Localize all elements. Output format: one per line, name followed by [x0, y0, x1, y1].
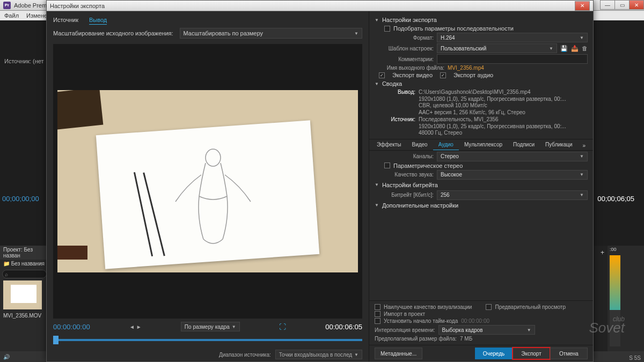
save-preset-icon[interactable]: 💾 [560, 45, 568, 52]
summary-output-label: Вывод: [384, 89, 415, 116]
bg-right-tc: :00 [608, 246, 644, 253]
preset-dropdown[interactable]: Пользовательский▼ [437, 43, 557, 53]
bg-window-controls: — ▭ ✕ [601, 0, 644, 10]
format-dropdown[interactable]: H.264▼ [437, 33, 588, 42]
tab-audio[interactable]: Аудио [433, 139, 459, 150]
chevron-down-icon: ▼ [580, 35, 584, 40]
bg-search-input[interactable]: ⌕ [2, 270, 47, 278]
menu-file[interactable]: Файл [4, 12, 19, 19]
import-project-checkbox[interactable] [375, 311, 380, 317]
bg-tc-right: 00;00;06;05 [597, 195, 634, 203]
scale-dropdown[interactable]: Масштабировать по размеру ▼ [180, 28, 362, 39]
bg-maximize-button[interactable]: ▭ [614, 0, 630, 10]
preview-tc-in[interactable]: 00:00:00:00 [53, 323, 90, 331]
match-sequence-checkbox[interactable] [384, 26, 390, 32]
quality-dropdown[interactable]: Высокое▼ [437, 170, 588, 180]
advanced-header: Дополнительные настройки [375, 202, 588, 209]
preview-area [53, 44, 362, 319]
tab-publish[interactable]: Публикаци [540, 139, 577, 150]
chevron-down-icon: ▼ [354, 352, 358, 357]
cancel-button[interactable]: Отмена [550, 348, 588, 359]
svg-point-0 [206, 149, 221, 166]
source-range-dropdown[interactable]: Точки входа/выхода в послед ▼ [275, 350, 362, 359]
dialog-close-button[interactable]: ✕ [575, 1, 590, 11]
preview-checkbox[interactable] [486, 304, 492, 310]
bitrate-label: Битрейт [Кбит/с]: [375, 192, 434, 198]
quality-label: Качество звука: [375, 172, 434, 178]
set-tc-label: Установить начало тайм-кода [384, 318, 458, 324]
preview-scrubber[interactable] [53, 334, 362, 346]
export-video-checkbox[interactable] [379, 72, 385, 78]
summary-header: Сводка [375, 80, 588, 87]
footer-options: Наилучшее качество визуализации Предвари… [369, 300, 593, 345]
settings-tabs: Эффекты Видео Аудио Мультиплексор Подпис… [369, 139, 593, 151]
import-preset-icon[interactable]: 📥 [571, 45, 579, 52]
dialog-titlebar: Настройки экспорта ✕ [47, 1, 593, 11]
tab-effects[interactable]: Эффекты [371, 139, 406, 150]
export-audio-label: Экспорт аудио [453, 72, 493, 78]
bg-bin-row: 📁 Без названия [0, 260, 49, 268]
chevron-down-icon: ▼ [580, 172, 584, 177]
est-size-value: 7 МБ [460, 336, 472, 342]
fit-dropdown[interactable]: По размеру кадра ▼ [181, 322, 240, 331]
chevron-down-icon: ▼ [354, 31, 358, 36]
speaker-icon[interactable]: 🔊 [3, 354, 10, 360]
chevron-down-icon: ▼ [232, 324, 236, 329]
param-stereo-label: Параметрическое стерео [393, 162, 463, 169]
scale-label: Масштабирование исходного изображения: [53, 30, 173, 36]
bg-audio-panel: :00 [608, 246, 644, 351]
playhead[interactable] [53, 336, 58, 344]
chevron-down-icon: ▼ [580, 193, 584, 197]
interp-dropdown[interactable]: Выборка кадров▼ [438, 325, 535, 335]
export-video-label: Экспорт видео [392, 72, 433, 78]
bg-source-label: Источник: (нет [4, 58, 44, 64]
best-quality-label: Наилучшее качество визуализации [384, 304, 472, 310]
interp-label: Интерполяция времени: [375, 327, 435, 333]
delete-preset-icon[interactable]: 🗑 [582, 45, 588, 52]
param-stereo-checkbox[interactable] [384, 162, 390, 168]
tab-video[interactable]: Видео [406, 139, 433, 150]
export-settings-dialog: Настройки экспорта ✕ Источник Вывод Масш… [46, 0, 594, 362]
tab-mux[interactable]: Мультиплексор [459, 139, 508, 150]
menu-edit[interactable]: Измене [26, 12, 47, 19]
bg-close-button[interactable]: ✕ [629, 0, 644, 10]
bg-clip-label: MVI_2356.MOV [0, 312, 49, 320]
tab-output[interactable]: Вывод [89, 16, 107, 25]
channels-label: Каналы: [375, 153, 434, 159]
tabs-more-icon[interactable]: » [577, 141, 591, 151]
chevron-down-icon: ▼ [580, 154, 584, 159]
queue-button[interactable]: Очередь [475, 348, 513, 359]
set-tc-checkbox[interactable] [375, 318, 380, 324]
metadata-button[interactable]: Метаданные... [375, 348, 422, 359]
bg-project-panel: Проект: Без назван 📁 Без названия ⌕ MVI_… [0, 246, 49, 362]
crop-icon[interactable]: ⛶ [279, 323, 286, 331]
tab-captions[interactable]: Подписи [508, 139, 540, 150]
channels-dropdown[interactable]: Стерео▼ [437, 152, 588, 161]
preview-column: Источник Вывод Масштабирование исходного… [47, 11, 369, 361]
summary-source-value: Последовательность, MVI_2356 1920x1080 (… [419, 116, 588, 137]
import-project-label: Импорт в проект [384, 311, 425, 317]
preview-nav-icons[interactable]: ◄ ► [129, 324, 142, 330]
chevron-down-icon: ▼ [527, 328, 531, 333]
bg-minimize-button[interactable]: — [600, 0, 615, 10]
comments-label: Комментарии: [375, 56, 434, 62]
source-range-label: Диапазон источника: [219, 352, 271, 358]
bitrate-dropdown[interactable]: 256▼ [437, 190, 588, 200]
summary-source-label: Источник: [384, 116, 415, 137]
preview-label: Предварительный просмотр [495, 304, 566, 310]
output-name-link[interactable]: MVI_2356.mp4 [448, 65, 484, 71]
best-quality-checkbox[interactable] [375, 304, 380, 310]
export-button[interactable]: Экспорт [513, 348, 550, 359]
bg-tc-left: 00;00;00;00 [2, 195, 39, 203]
export-audio-checkbox[interactable] [440, 72, 446, 78]
bg-clip-thumbnail[interactable] [3, 280, 42, 309]
format-label: Формат: [375, 35, 434, 41]
est-size-label: Предполагаемый размер файла: [375, 336, 457, 342]
preview-frame [57, 90, 358, 272]
tab-source[interactable]: Источник [53, 16, 78, 25]
bg-new-item-icon[interactable]: + [601, 249, 604, 256]
preview-pencils-box [57, 90, 103, 130]
bg-audio-meter [610, 255, 620, 346]
preview-filmstrip [57, 246, 87, 260]
comments-input[interactable] [437, 54, 588, 64]
